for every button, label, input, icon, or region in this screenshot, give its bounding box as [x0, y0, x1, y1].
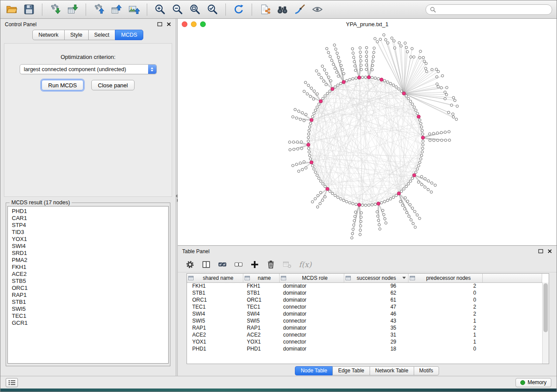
- cell-successor-nodes[interactable]: 18: [344, 345, 408, 352]
- mcds-result-item[interactable]: STP4: [8, 222, 168, 229]
- cell-shared-name[interactable]: STB1: [187, 289, 243, 296]
- tab-node-table[interactable]: Node Table: [295, 366, 333, 375]
- column-header-name[interactable]: name: [243, 274, 279, 282]
- sort-caret-icon[interactable]: [402, 277, 406, 279]
- save-button[interactable]: [22, 3, 36, 16]
- tab-network-table[interactable]: Network Table: [370, 366, 414, 375]
- table-row[interactable]: PHD1PHD1dominator180: [187, 345, 542, 352]
- deselect-all-button[interactable]: [233, 259, 244, 270]
- cell-successor-nodes[interactable]: 47: [344, 303, 408, 310]
- cell-successor-nodes[interactable]: 35: [344, 324, 408, 331]
- refresh-button[interactable]: [232, 3, 246, 16]
- cell-name[interactable]: PHD1: [243, 345, 279, 352]
- table-row[interactable]: SWI4SWI4dominator462: [187, 310, 542, 317]
- import-network-button[interactable]: [48, 3, 62, 16]
- document-share-button[interactable]: [258, 3, 272, 16]
- cell-successor-nodes[interactable]: 29: [344, 338, 408, 345]
- cell-name[interactable]: ORC1: [243, 296, 279, 303]
- control-panel-float-button[interactable]: [157, 22, 163, 27]
- tab-edge-table[interactable]: Edge Table: [332, 366, 370, 375]
- cell-mcds-role[interactable]: dominator: [279, 324, 344, 331]
- search-input[interactable]: [438, 7, 548, 13]
- mcds-result-item[interactable]: CAR1: [8, 215, 168, 222]
- cell-shared-name[interactable]: YOX1: [187, 338, 243, 345]
- cell-shared-name[interactable]: SWI5: [187, 317, 243, 324]
- mcds-result-item[interactable]: TEC1: [8, 313, 168, 320]
- mcds-result-item[interactable]: SWI5: [8, 306, 168, 313]
- function-builder-button[interactable]: f(x): [299, 260, 311, 269]
- export-network-button[interactable]: [92, 3, 106, 16]
- select-all-button[interactable]: [217, 259, 228, 270]
- cell-predecessor-nodes[interactable]: 1: [408, 331, 482, 338]
- table-row[interactable]: ORC1ORC1dominator610: [187, 296, 542, 303]
- cell-shared-name[interactable]: ACE2: [187, 331, 243, 338]
- paintbrush-button[interactable]: [293, 3, 307, 16]
- memory-button[interactable]: Memory: [515, 378, 551, 387]
- mcds-result-item[interactable]: TID3: [8, 229, 168, 236]
- tab-motifs[interactable]: Motifs: [414, 366, 439, 375]
- search-box[interactable]: [426, 4, 552, 15]
- tab-select[interactable]: Select: [88, 30, 116, 40]
- cell-mcds-role[interactable]: dominator: [279, 289, 344, 296]
- cell-mcds-role[interactable]: dominator: [279, 296, 344, 303]
- cell-mcds-role[interactable]: connector: [279, 317, 344, 324]
- table-panel-float-button[interactable]: [538, 249, 543, 254]
- mcds-result-item[interactable]: YOX1: [8, 236, 168, 243]
- window-minimize-button[interactable]: [191, 21, 197, 27]
- column-header-mcds-role[interactable]: MCDS role: [279, 274, 344, 282]
- cell-shared-name[interactable]: TEC1: [187, 303, 243, 310]
- delete-button[interactable]: [266, 259, 276, 270]
- cell-predecessor-nodes[interactable]: 2: [408, 282, 482, 289]
- zoom-in-button[interactable]: [153, 3, 167, 16]
- cell-predecessor-nodes[interactable]: 2: [408, 324, 482, 331]
- cell-predecessor-nodes[interactable]: 2: [408, 303, 482, 310]
- close-mcds-panel-button[interactable]: Close panel: [91, 80, 135, 90]
- table-row[interactable]: FKH1FKH1dominator962: [187, 282, 542, 289]
- mcds-result-item[interactable]: ACE2: [8, 271, 168, 278]
- export-table-button[interactable]: [110, 3, 123, 16]
- mcds-result-item[interactable]: SWI4: [8, 243, 168, 250]
- window-zoom-button[interactable]: [200, 21, 206, 27]
- zoom-selected-button[interactable]: [206, 3, 219, 16]
- cell-predecessor-nodes[interactable]: 0: [408, 289, 482, 296]
- cell-successor-nodes[interactable]: 46: [344, 310, 408, 317]
- criterion-select[interactable]: largest connected component (undirected): [20, 64, 157, 74]
- mcds-result-item[interactable]: SRD1: [8, 250, 168, 257]
- cell-name[interactable]: RAP1: [243, 324, 279, 331]
- splitter-collapse-left-icon[interactable]: [176, 194, 177, 198]
- control-panel-close-button[interactable]: [166, 22, 171, 27]
- table-scrollbar[interactable]: [542, 282, 549, 364]
- tab-style[interactable]: Style: [64, 30, 89, 40]
- cell-mcds-role[interactable]: connector: [279, 338, 344, 345]
- cell-predecessor-nodes[interactable]: 0: [408, 345, 482, 352]
- column-header-predecessor-nodes[interactable]: predecessor nodes: [408, 274, 482, 282]
- cell-shared-name[interactable]: ORC1: [187, 296, 243, 303]
- add-button[interactable]: [249, 259, 260, 270]
- window-close-button[interactable]: [182, 21, 187, 27]
- cell-name[interactable]: FKH1: [243, 282, 279, 289]
- tab-network[interactable]: Network: [32, 30, 65, 40]
- table-panel-close-button[interactable]: [547, 249, 552, 254]
- eye-button[interactable]: [311, 3, 324, 16]
- cell-predecessor-nodes[interactable]: 0: [408, 296, 482, 303]
- mcds-result-item[interactable]: RAP1: [8, 292, 168, 299]
- mcds-result-item[interactable]: STB5: [8, 278, 168, 285]
- table-row[interactable]: ACE2ACE2connector311: [187, 331, 542, 338]
- cell-predecessor-nodes[interactable]: 1: [408, 338, 482, 345]
- cell-name[interactable]: STB1: [243, 289, 279, 296]
- run-mcds-button[interactable]: Run MCDS: [42, 80, 83, 90]
- column-header-shared-name[interactable]: shared name: [187, 274, 243, 282]
- cell-name[interactable]: TEC1: [243, 303, 279, 310]
- columns-button[interactable]: [201, 259, 211, 270]
- cell-shared-name[interactable]: PHD1: [187, 345, 243, 352]
- cell-shared-name[interactable]: SWI4: [187, 310, 243, 317]
- cell-successor-nodes[interactable]: 96: [344, 282, 408, 289]
- cell-successor-nodes[interactable]: 61: [344, 296, 408, 303]
- cell-name[interactable]: SWI4: [243, 310, 279, 317]
- cell-name[interactable]: SWI5: [243, 317, 279, 324]
- cell-mcds-role[interactable]: dominator: [279, 310, 344, 317]
- mcds-result-item[interactable]: PHD1: [8, 208, 168, 215]
- cell-shared-name[interactable]: RAP1: [187, 324, 243, 331]
- cell-mcds-role[interactable]: dominator: [279, 345, 344, 352]
- mcds-result-item[interactable]: GCR1: [8, 320, 168, 327]
